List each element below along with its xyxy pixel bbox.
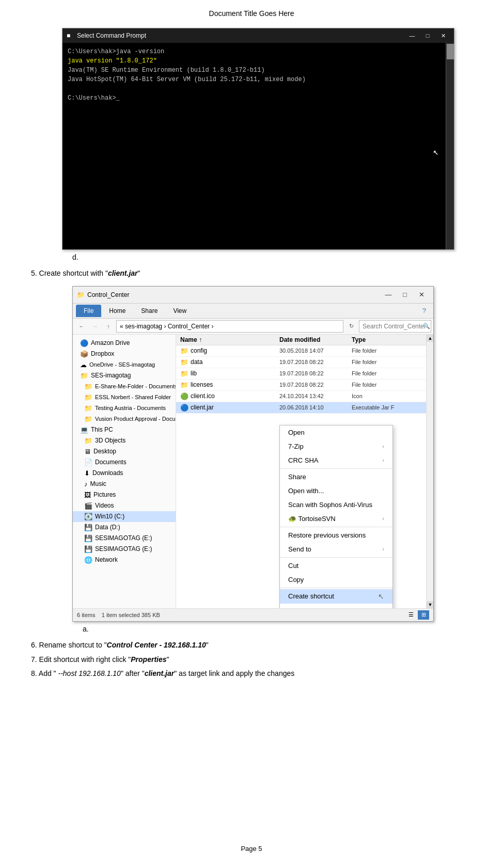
tab-view[interactable]: View <box>165 305 194 317</box>
ctx-send-to[interactable]: Send to › <box>280 542 392 556</box>
ctx-create-shortcut[interactable]: Create shortcut ↖ <box>280 589 392 604</box>
explorer-toolbar: File Home Share View ? <box>73 304 433 319</box>
ctx-sep-4 <box>280 588 392 588</box>
explorer-addressbar: ← → ↑ ↻ 🔍 <box>73 319 433 335</box>
ctx-cut[interactable]: Cut <box>280 559 392 573</box>
nav-forward-button[interactable]: → <box>89 321 101 332</box>
file-row-lib[interactable]: 📁 lib 19.07.2018 08:22 File folder <box>176 368 433 380</box>
file-row-licenses[interactable]: 📁 licenses 19.07.2018 08:22 File folder <box>176 380 433 391</box>
explorer-close-button[interactable]: ✕ <box>414 289 429 301</box>
sidebar-item-onedrive[interactable]: ☁ OneDrive - SES-imagotag <box>73 359 176 370</box>
folder-icon-lib: 📁 <box>180 370 188 377</box>
sidebar-item-vusion[interactable]: 📁 Vusion Product Approval - Documents <box>73 414 176 424</box>
pictures-icon: 🖼 <box>84 491 91 499</box>
ctx-crc[interactable]: CRC SHA › <box>280 453 392 467</box>
file-name-licenses: 📁 licenses <box>176 381 279 389</box>
sidebar-item-amazon-drive[interactable]: 🔵 Amazon Drive <box>73 338 176 349</box>
sidebar-item-sesi-e2-label: SESIMAGOTAG (E:) <box>95 545 152 553</box>
explorer-titlebar-left: 📁 Control_Center <box>77 291 129 298</box>
file-row-client-jar[interactable]: 🔵 client.jar 20.06.2018 14:10 Executable… <box>176 402 433 414</box>
content-area: ■ Select Command Prompt — □ ✕ C:\Users\h… <box>0 23 503 728</box>
cmd-scrollbar[interactable] <box>446 43 454 249</box>
explorer-body: 🔵 Amazon Drive 📦 Dropbox ☁ OneDrive - SE… <box>73 335 433 608</box>
sidebar-item-network[interactable]: 🌐 Network <box>73 555 176 565</box>
sidebar-item-desktop[interactable]: 🖥 Desktop <box>73 446 176 457</box>
tab-share[interactable]: Share <box>133 305 165 317</box>
sidebar-item-this-pc[interactable]: 💻 This PC <box>73 424 176 435</box>
ctx-share[interactable]: Share <box>280 470 392 484</box>
onedrive-icon: ☁ <box>80 361 87 369</box>
dropbox-icon: 📦 <box>80 350 88 358</box>
ctx-7zip[interactable]: 7-Zip › <box>280 439 392 453</box>
cmd-maximize-button[interactable]: □ <box>421 30 434 41</box>
sidebar-item-testing-austria[interactable]: 📁 Testing Austria - Documents <box>73 403 176 414</box>
view-details-button[interactable]: ☰ <box>405 610 417 620</box>
explorer-main-scrollbar[interactable]: ▲ ▼ <box>426 335 433 608</box>
cmd-minimize-button[interactable]: — <box>405 30 419 41</box>
sidebar-item-pictures[interactable]: 🖼 Pictures <box>73 490 176 500</box>
cmd-scrollbar-thumb[interactable] <box>447 44 454 59</box>
step-a-label: a. <box>83 625 472 633</box>
desktop-icon: 🖥 <box>84 448 91 455</box>
file-row-data[interactable]: 📁 data 19.07.2018 08:22 File folder <box>176 357 433 368</box>
page-number: Page 5 <box>241 845 262 853</box>
sidebar-item-downloads-label: Downloads <box>92 469 123 477</box>
explorer-maximize-button[interactable]: □ <box>397 289 413 301</box>
sidebar-item-ses[interactable]: 📁 SES-imagotag <box>73 370 176 381</box>
sidebar-item-dropbox[interactable]: 📦 Dropbox <box>73 349 176 359</box>
ctx-delete[interactable]: Delete <box>280 604 392 608</box>
col-header-name[interactable]: Name ↑ <box>176 336 279 343</box>
sidebar-item-videos[interactable]: 🎬 Videos <box>73 500 176 511</box>
folder-icon-licenses: 📁 <box>180 381 188 389</box>
ctx-tortoise[interactable]: 🐢 TortoiseSVN › <box>280 512 392 526</box>
refresh-button[interactable]: ↻ <box>345 321 357 332</box>
sidebar-item-data-d[interactable]: 💾 Data (D:) <box>73 522 176 533</box>
ctx-send-to-arrow: › <box>382 546 384 552</box>
tab-home[interactable]: Home <box>101 305 133 317</box>
item-count: 6 items <box>77 612 95 618</box>
sidebar-item-win10[interactable]: 💽 Win10 (C:) <box>73 511 176 522</box>
step-d-label: d. <box>72 253 472 261</box>
file-name-client-jar: 🔵 client.jar <box>176 404 279 412</box>
cmd-close-button[interactable]: ✕ <box>436 30 450 41</box>
sidebar-item-eshare[interactable]: 📁 E-Share-Me-Folder - Documents <box>73 381 176 392</box>
address-bar-input[interactable] <box>116 320 343 333</box>
col-header-type[interactable]: Type <box>352 336 414 343</box>
cmd-window: ■ Select Command Prompt — □ ✕ C:\Users\h… <box>62 28 454 250</box>
cursor-pointer-icon: ↖ <box>378 592 384 601</box>
ctx-sep-1 <box>280 468 392 469</box>
folder-icon-config: 📁 <box>180 347 188 355</box>
ctx-open[interactable]: Open <box>280 425 392 439</box>
col-header-date[interactable]: Date modified <box>279 336 352 343</box>
cmd-window-icon: ■ <box>67 32 74 39</box>
scroll-down-button[interactable]: ▼ <box>427 601 433 608</box>
explorer-window: 📁 Control_Center — □ ✕ File Home Share V… <box>72 286 434 622</box>
ctx-open-with[interactable]: Open with... <box>280 484 392 498</box>
sidebar-item-essl[interactable]: 📁 ESSL Norbert - Shared Folder <box>73 392 176 403</box>
sidebar-item-sesi-e2[interactable]: 💾 SESIMAGOTAG (E:) <box>73 544 176 555</box>
view-grid-button[interactable]: ⊞ <box>418 610 429 620</box>
nav-up-button[interactable]: ↑ <box>103 321 114 332</box>
sidebar-item-documents[interactable]: 📄 Documents <box>73 457 176 468</box>
cmd-line-2: java version "1.8.0_172" <box>68 56 449 66</box>
file-row-client-ico[interactable]: 🟢 client.ico 24.10.2014 13:42 Icon <box>176 391 433 402</box>
explorer-help-button[interactable]: ? <box>418 305 430 317</box>
ctx-restore[interactable]: Restore previous versions <box>280 528 392 542</box>
sidebar-item-vusion-label: Vusion Product Approval - Documents <box>95 416 176 422</box>
nav-back-button[interactable]: ← <box>76 321 87 332</box>
sidebar-item-3d[interactable]: 📁 3D Objects <box>73 435 176 446</box>
scroll-up-button[interactable]: ▲ <box>427 335 433 342</box>
explorer-minimize-button[interactable]: — <box>381 289 396 301</box>
sidebar-item-music[interactable]: ♪ Music <box>73 479 176 490</box>
search-input[interactable] <box>359 320 431 333</box>
sidebar-item-downloads[interactable]: ⬇ Downloads <box>73 468 176 479</box>
file-row-config[interactable]: 📁 config 30.05.2018 14:07 File folder <box>176 345 433 357</box>
tab-file[interactable]: File <box>76 305 101 317</box>
sidebar-item-sesi-e1[interactable]: 💾 SESIMAGOTAG (E:) <box>73 533 176 544</box>
explorer-statusbar: 6 items 1 item selected 385 KB ☰ ⊞ <box>73 608 433 621</box>
file-name-client-ico: 🟢 client.ico <box>176 392 279 400</box>
vusion-icon: 📁 <box>84 415 92 423</box>
ctx-copy[interactable]: Copy <box>280 573 392 587</box>
sidebar-item-documents-label: Documents <box>95 459 127 466</box>
ctx-scan[interactable]: Scan with Sophos Anti-Virus <box>280 498 392 512</box>
